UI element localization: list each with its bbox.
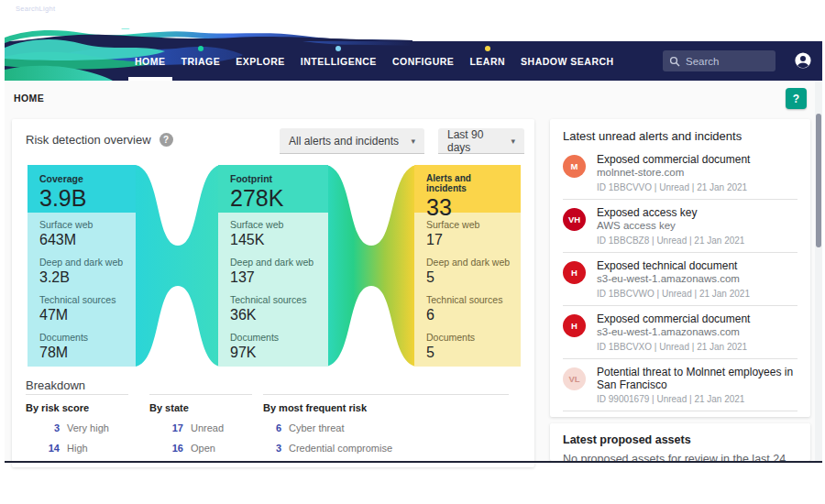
stat-technical-sources: Technical sources47M: [39, 294, 128, 323]
nav-item-configure[interactable]: CONFIGURE: [392, 41, 455, 81]
alert-list-item[interactable]: M Exposed commercial documentmolnnet-sto…: [563, 147, 798, 200]
breakdown-row: 3Very high: [26, 422, 128, 433]
alert-list-item[interactable]: VH Exposed access keyAWS access keyID 1B…: [563, 200, 798, 253]
date-range-dropdown[interactable]: Last 90 days ▾: [438, 128, 524, 154]
alert-subtitle: s3-eu-west-1.amazonaws.com: [597, 325, 750, 339]
chevron-down-icon: ▾: [411, 137, 415, 146]
learn-notification-dot: [485, 46, 490, 51]
stat-deep-dark-web: Deep and dark web137: [230, 257, 321, 286]
stat-technical-sources: Technical sources36K: [230, 294, 321, 323]
alert-title: Potential threat to Molnnet employees in…: [597, 366, 798, 391]
risk-funnel-visualization: Coverage 3.9B Surface web643M Deep and d…: [12, 165, 534, 367]
alerts-incidents-title: Alerts and incidents: [426, 173, 513, 193]
breakdown-row: 14High: [26, 443, 128, 454]
brand-name-label: digital shadows_: [16, 16, 129, 29]
alert-title: Exposed access key: [597, 206, 744, 219]
stat-surface-web: Surface web145K: [230, 219, 321, 248]
nav-item-triage[interactable]: TRIAGE: [182, 41, 221, 81]
latest-unread-alerts-panel: Latest unread alerts and incidents M Exp…: [550, 119, 810, 417]
coverage-total: 3.9B: [39, 185, 128, 212]
main-nav: HOME TRIAGE EXPLORE INTELLIGENCE CONFIGU…: [135, 41, 614, 81]
user-account-icon[interactable]: [794, 51, 812, 70]
page-content: HOME ? Risk detection overview ? All ale…: [5, 81, 822, 461]
footprint-title: Footprint: [230, 173, 321, 184]
footprint-total: 278K: [230, 185, 321, 212]
screenshot-canvas: SearchLight digital shadows_ HOME TRIAGE…: [0, 0, 825, 504]
brand-logo[interactable]: SearchLight digital shadows_: [16, 5, 129, 29]
alert-subtitle: molnnet-store.com: [597, 166, 750, 180]
severity-badge-very-low: VL: [563, 367, 586, 390]
help-button[interactable]: ?: [786, 88, 807, 109]
funnel-card-footprint: Footprint 278K Surface web145K Deep and …: [218, 165, 328, 367]
alert-meta: ID 1BBCVXO | Unread | 21 Jan 2021: [597, 341, 750, 353]
breadcrumb: HOME: [14, 93, 44, 104]
brand-cursor: _: [122, 15, 130, 30]
nav-item-intelligence[interactable]: INTELLIGENCE: [301, 41, 377, 81]
overview-title: Risk detection overview: [26, 133, 151, 147]
alert-title: Exposed commercial document: [597, 312, 750, 325]
alert-list-item[interactable]: H Exposed technical documents3-eu-west-1…: [563, 253, 798, 306]
alert-meta: ID 1BBCBZ8 | Unread | 21 Jan 2021: [597, 235, 744, 247]
brand-searchlight-label: SearchLight: [16, 5, 129, 13]
stat-technical-sources: Technical sources6: [426, 294, 513, 323]
triage-notification-dot: [198, 46, 204, 51]
alert-meta: ID 99001679 | Unread | 21 Jan 2021: [597, 393, 798, 405]
global-search[interactable]: [663, 50, 776, 71]
funnel-card-coverage: Coverage 3.9B Surface web643M Deep and d…: [28, 165, 136, 367]
breakdown-title: Breakdown: [26, 378, 85, 392]
alerts-panel-title: Latest unread alerts and incidents: [563, 129, 798, 143]
nav-item-explore[interactable]: EXPLORE: [236, 41, 285, 81]
funnel-connector-footprint-alerts: [326, 165, 416, 367]
breakdown-by-state: By state 17Unread 16Open: [149, 394, 252, 454]
assets-empty-message: No proposed assets for review in the las…: [563, 453, 798, 461]
intelligence-notification-dot: [336, 46, 341, 51]
stat-documents: Documents78M: [39, 332, 128, 361]
coverage-title: Coverage: [39, 173, 128, 184]
funnel-card-alerts-incidents: Alerts and incidents 33 Surface web17 De…: [414, 165, 521, 367]
alert-subtitle: AWS access key: [597, 219, 744, 233]
stat-surface-web: Surface web17: [426, 219, 513, 248]
nav-item-home[interactable]: HOME: [135, 41, 166, 81]
breakdown-by-risk-score: By risk score 3Very high 14High: [26, 394, 128, 454]
severity-badge-high: H: [563, 314, 586, 337]
breakdown-row: 3Credential compromise: [263, 443, 509, 454]
chevron-down-icon: ▾: [511, 137, 515, 146]
breakdown-row: 16Open: [149, 443, 252, 454]
risk-detection-overview-panel: Risk detection overview ? All alerts and…: [12, 119, 534, 467]
search-input[interactable]: [686, 56, 764, 67]
overview-help-icon[interactable]: ?: [160, 133, 173, 147]
alert-list-item[interactable]: H Exposed commercial documents3-eu-west-…: [563, 306, 798, 359]
stat-surface-web: Surface web643M: [39, 219, 128, 248]
severity-badge-high: H: [563, 261, 586, 284]
severity-badge-medium: M: [563, 155, 586, 178]
alert-meta: ID 1BBCVWO | Unread | 21 Jan 2021: [597, 288, 750, 300]
alert-list-item[interactable]: VL Potential threat to Molnnet employees…: [563, 359, 798, 411]
funnel-connector-coverage-footprint: [136, 165, 220, 367]
severity-badge-very-high: VH: [563, 208, 586, 231]
alert-title: Exposed technical document: [597, 259, 750, 272]
breakdown-row: 17Unread: [149, 422, 252, 433]
stat-deep-dark-web: Deep and dark web3.2B: [39, 257, 128, 286]
breakdown-by-most-frequent-risk: By most frequent risk 6Cyber threat 3Cre…: [263, 394, 509, 454]
search-icon: [669, 56, 680, 67]
nav-item-learn[interactable]: LEARN: [469, 41, 505, 81]
nav-item-shadow-search[interactable]: SHADOW SEARCH: [521, 41, 614, 81]
breakdown-row: 6Cyber threat: [263, 422, 509, 433]
latest-proposed-assets-panel: Latest proposed assets No proposed asset…: [550, 423, 810, 461]
alert-subtitle: s3-eu-west-1.amazonaws.com: [597, 272, 750, 286]
alert-title: Exposed commercial document: [597, 153, 750, 166]
stat-deep-dark-web: Deep and dark web5: [426, 257, 513, 286]
viewport-bottom-edge: [5, 461, 822, 463]
scrollbar-thumb[interactable]: [816, 114, 821, 247]
assets-panel-title: Latest proposed assets: [563, 433, 798, 446]
stat-documents: Documents5: [426, 332, 513, 361]
alerts-filter-dropdown[interactable]: All alerts and incidents ▾: [280, 128, 424, 154]
alert-meta: ID 1BBCVVO | Unread | 21 Jan 2021: [597, 181, 750, 193]
stat-documents: Documents97K: [230, 332, 321, 361]
